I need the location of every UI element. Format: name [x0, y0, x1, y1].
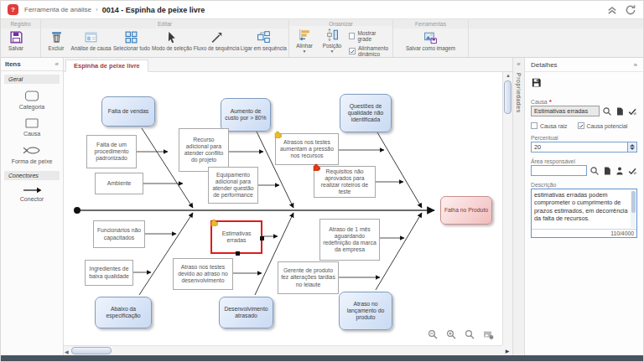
causa-label: Causa: [531, 99, 548, 105]
cause-node[interactable]: Equipamento adicional para atender quest…: [208, 167, 258, 204]
vertical-scrollbar[interactable]: ▲: [502, 72, 512, 345]
align-button[interactable]: Alinhar ▼: [293, 28, 315, 53]
ribbon-group-label: Ferramentas: [393, 19, 468, 28]
tab-espinha-de-peixe-livre[interactable]: Espinha de peixe livre: [65, 59, 148, 72]
cause-node-selected[interactable]: Estimativas erradas: [210, 220, 262, 254]
step-down-icon: [630, 147, 635, 150]
show-grid-checkbox[interactable]: Mostrar grade: [349, 30, 388, 42]
save-as-image-icon: [423, 30, 438, 44]
causa-potencial-checkbox[interactable]: Causa potencial: [578, 122, 628, 129]
chevron-down-icon: ▼: [303, 49, 307, 53]
scroll-up-icon[interactable]: ▲: [506, 73, 511, 78]
link-in-sequence-icon: [257, 30, 271, 44]
cause-node[interactable]: Requisitos não aprovados para realizar r…: [314, 166, 376, 198]
diagram-canvas[interactable]: Falta de vendas Aumento de custo por > 8…: [64, 72, 512, 355]
horizontal-scrollbar[interactable]: ◀: [64, 345, 502, 355]
fish-head-node[interactable]: Falha no Produto: [440, 196, 492, 225]
app-window: ? Ferramenta de análise › 0014 - Espinha…: [0, 0, 644, 362]
save-as-image-button[interactable]: Salvar como imagem: [406, 30, 455, 51]
category-node[interactable]: Abaixo da especificação: [95, 297, 152, 328]
category-node[interactable]: Atraso no lançamento do produto: [339, 292, 392, 330]
rect-icon: [23, 117, 40, 129]
red-puzzle-icon: [312, 163, 320, 171]
selection-handle[interactable]: [260, 236, 264, 240]
horizontal-scroll-thumb[interactable]: [71, 347, 112, 354]
clear-field-icon[interactable]: [627, 166, 637, 176]
cause-node[interactable]: Funcionários não capacitados: [93, 220, 145, 248]
app-logo-icon: ?: [8, 4, 18, 15]
search-icon[interactable]: [602, 106, 612, 116]
yellow-puzzle-icon: [210, 218, 218, 226]
zoom-in-icon[interactable]: [446, 329, 457, 340]
cause-node[interactable]: Ambiente: [95, 173, 143, 194]
select-all-icon: [124, 30, 138, 44]
dynamic-alignment-checkbox[interactable]: Alinhamento dinâmico: [349, 45, 388, 57]
expand-details-icon[interactable]: »: [634, 61, 637, 69]
collapse-sidebar-icon[interactable]: «: [55, 60, 59, 68]
diagram-area: Espinha de peixe livre: [64, 58, 512, 355]
fish-icon: [22, 144, 42, 157]
properties-tab-label[interactable]: Propriedades: [516, 73, 522, 113]
textarea-scrollbar[interactable]: [631, 190, 636, 228]
causa-input[interactable]: Estimativas erradas: [531, 106, 600, 116]
percentual-stepper[interactable]: [628, 142, 637, 153]
percentual-input[interactable]: 20: [531, 142, 628, 153]
checkbox-unchecked-icon: [349, 33, 355, 39]
sequence-flow-button[interactable]: Fluxo de sequência: [196, 30, 237, 51]
cause-node[interactable]: Ingredientes de baixa qualidade: [85, 260, 133, 286]
save-details-icon[interactable]: [531, 77, 542, 88]
document-icon[interactable]: [602, 166, 612, 176]
cause-node[interactable]: Falta de um procedimento padronizado: [86, 135, 137, 168]
window-footer-bar: [1, 355, 643, 361]
ribbon-group-label: Editar: [41, 19, 288, 28]
category-node[interactable]: Falta de vendas: [101, 96, 155, 127]
clear-field-icon[interactable]: [627, 106, 637, 116]
selection-handle[interactable]: [236, 251, 240, 256]
delete-button[interactable]: Excluir: [45, 30, 67, 51]
person-icon[interactable]: [615, 166, 625, 176]
sidebar-item-causa[interactable]: Causa: [1, 113, 63, 140]
yellow-puzzle-icon: [273, 130, 282, 138]
search-icon[interactable]: [589, 166, 600, 176]
zoom-out-icon[interactable]: [428, 329, 439, 340]
percentual-label: Percentual: [531, 135, 558, 141]
cause-node[interactable]: Atraso nos testes devido ao atraso no de…: [173, 258, 233, 290]
descricao-textarea[interactable]: estimativas erradas podem comprometer o …: [531, 189, 637, 238]
zoom-reset-icon[interactable]: [465, 329, 475, 340]
area-responsavel-input[interactable]: [531, 165, 587, 176]
position-button[interactable]: Posição ▼: [321, 28, 343, 53]
category-node[interactable]: Desenvolvimento atrasado: [219, 297, 273, 328]
save-button[interactable]: Salvar: [5, 30, 27, 51]
cause-node[interactable]: Gerente de produto fez alterações tardia…: [278, 261, 339, 294]
sidebar-item-forma-de-peixe[interactable]: Forma de peixe: [1, 140, 63, 168]
document-icon[interactable]: [615, 106, 625, 116]
required-marker: *: [549, 100, 552, 104]
category-node[interactable]: Questões de qualidade não identificada: [340, 94, 392, 132]
sidebar-item-categoria[interactable]: Categoria: [1, 85, 63, 113]
causa-raiz-checkbox[interactable]: Causa raiz: [531, 122, 568, 129]
export-image-icon[interactable]: [483, 329, 494, 340]
connector-arrow-icon: [21, 186, 43, 194]
collapse-properties-icon[interactable]: «: [517, 58, 520, 68]
cause-analysis-button[interactable]: Análise de causa: [73, 30, 109, 51]
scroll-left-icon[interactable]: ◀: [65, 349, 69, 354]
selection-mode-button[interactable]: Modo de seleção: [153, 30, 190, 51]
cause-node[interactable]: Recurso adicional para atender conflito …: [179, 128, 229, 172]
properties-collapsed-panel[interactable]: « Propriedades: [512, 58, 525, 355]
collapse-ribbon-icon[interactable]: [606, 4, 618, 16]
char-counter: 110/4000: [532, 230, 636, 237]
link-in-sequence-button[interactable]: Ligar em sequência: [243, 30, 284, 51]
sidebar-item-conector[interactable]: Conector: [1, 182, 63, 205]
cursor-icon: [164, 30, 179, 44]
select-all-button[interactable]: Selecionar tudo: [115, 30, 148, 51]
category-node[interactable]: Aumento de custo por > 80%: [221, 98, 271, 132]
vertical-scroll-thumb[interactable]: [504, 80, 512, 114]
sequence-flow-icon: [210, 30, 224, 44]
ribbon-group-organizar: Organizar Alinhar ▼ Posição ▼ Mostrar gr…: [289, 19, 393, 57]
cause-node[interactable]: Atraso de 1 mês aguardando redefinição d…: [319, 219, 380, 261]
details-toolbar: [525, 72, 643, 91]
breadcrumb-app[interactable]: Ferramenta de análise: [24, 6, 91, 13]
cause-node[interactable]: Atrasos nos testes aumentam a pressão no…: [275, 133, 339, 165]
area-responsavel-label: Área responsável: [531, 158, 575, 164]
refresh-icon[interactable]: [625, 4, 636, 16]
